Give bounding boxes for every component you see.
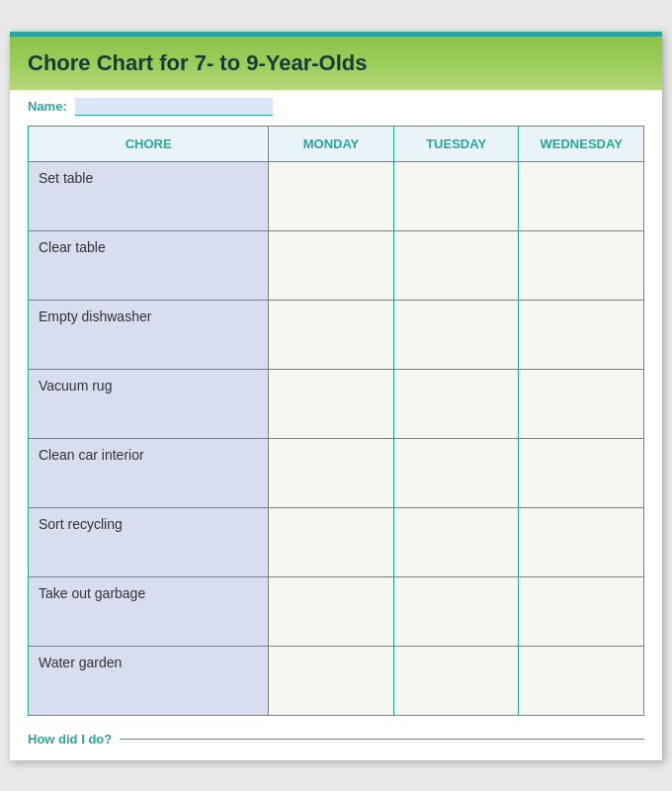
day-cell[interactable] [393, 161, 519, 230]
table-row: Vacuum rug [29, 369, 644, 438]
header-chore: CHORE [29, 126, 269, 161]
table-row: Take out garbage [29, 576, 644, 646]
table-row: Sort recycling [29, 507, 644, 576]
day-cell[interactable] [269, 300, 394, 369]
chore-cell: Sort recycling [29, 507, 269, 576]
header-monday: MONDAY [269, 126, 394, 161]
day-cell[interactable] [519, 161, 644, 230]
day-cell[interactable] [269, 646, 394, 715]
table-row: Water garden [29, 646, 644, 715]
page-container: Chore Chart for 7- to 9-Year-Olds Name: … [10, 32, 662, 760]
table-header-row: CHORE MONDAY TUESDAY WEDNESDAY [29, 126, 644, 161]
table-row: Clean car interior [29, 438, 644, 507]
footer-row: How did I do? [10, 726, 662, 760]
page-title: Chore Chart for 7- to 9-Year-Olds [28, 50, 368, 75]
table-row: Set table [29, 161, 644, 230]
day-cell[interactable] [269, 576, 394, 646]
footer-label: How did I do? [28, 732, 112, 747]
day-cell[interactable] [519, 369, 644, 438]
chore-cell: Take out garbage [29, 576, 269, 646]
chore-cell: Clean car interior [29, 438, 269, 507]
name-input[interactable] [75, 98, 273, 116]
day-cell[interactable] [393, 230, 519, 300]
day-cell[interactable] [519, 438, 644, 507]
day-cell[interactable] [393, 369, 519, 438]
table-wrapper: CHORE MONDAY TUESDAY WEDNESDAY Set table… [10, 122, 662, 726]
chore-cell: Empty dishwasher [29, 300, 269, 369]
name-label: Name: [28, 99, 67, 114]
day-cell[interactable] [519, 646, 644, 715]
day-cell[interactable] [393, 507, 519, 576]
header-wednesday: WEDNESDAY [519, 126, 644, 161]
chore-cell: Vacuum rug [29, 369, 269, 438]
day-cell[interactable] [519, 230, 644, 300]
day-cell[interactable] [519, 507, 644, 576]
day-cell[interactable] [393, 438, 519, 507]
day-cell[interactable] [269, 161, 394, 230]
day-cell[interactable] [269, 369, 394, 438]
day-cell[interactable] [519, 576, 644, 646]
day-cell[interactable] [269, 230, 394, 300]
name-row: Name: [10, 90, 662, 122]
day-cell[interactable] [269, 507, 394, 576]
table-row: Empty dishwasher [29, 300, 644, 369]
chore-cell: Clear table [29, 230, 269, 300]
chore-table: CHORE MONDAY TUESDAY WEDNESDAY Set table… [28, 126, 644, 716]
table-row: Clear table [29, 230, 644, 300]
chore-cell: Water garden [29, 646, 269, 715]
chore-cell: Set table [29, 161, 269, 230]
day-cell[interactable] [519, 300, 644, 369]
day-cell[interactable] [269, 438, 394, 507]
day-cell[interactable] [393, 576, 519, 646]
day-cell[interactable] [393, 300, 519, 369]
header-bar: Chore Chart for 7- to 9-Year-Olds [10, 32, 662, 90]
header-tuesday: TUESDAY [393, 126, 519, 161]
day-cell[interactable] [393, 646, 519, 715]
footer-line [120, 739, 644, 740]
